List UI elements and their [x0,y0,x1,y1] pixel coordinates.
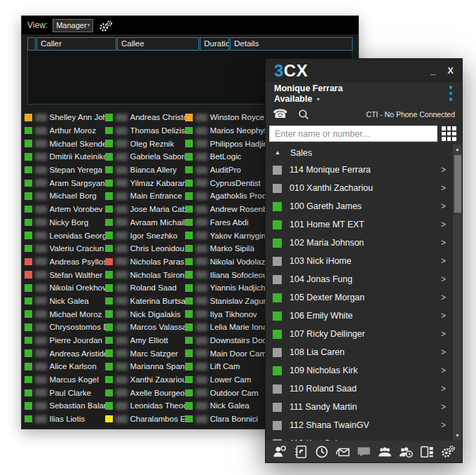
contact-row[interactable]: Charalambos Elefthe... [105,413,185,426]
group-header-sales[interactable]: ▲ Sales [266,145,462,161]
extension-row[interactable]: 113 Kurt Sainer > [266,434,462,441]
contact-row[interactable]: Thomas Delizisis [105,124,185,138]
scrollbar-thumb[interactable] [454,155,461,213]
contact-row[interactable]: Marcus Kogel [25,373,106,387]
chevron-right-icon[interactable]: > [441,384,446,394]
contact-row[interactable]: Stepan Yerega [25,163,106,177]
chevron-right-icon[interactable]: > [441,347,446,357]
extension-row[interactable]: 010 Xanthi Zachariou > [266,179,462,197]
contact-row[interactable]: Jose Maria Caballero [105,203,185,216]
contact-row[interactable]: Yilmaz Kabaran [105,176,185,189]
extension-row[interactable]: 102 Maria Johnson > [266,234,462,252]
contact-row[interactable]: Marc Satzger [105,347,185,360]
contact-row[interactable]: Pierre Jourdan [25,334,106,347]
contact-row[interactable]: Amy Elliott [105,334,185,347]
scrollbar[interactable]: ▲ ▼ [453,145,462,441]
contact-row[interactable]: Stefan Walther [25,268,106,281]
contact-row[interactable]: Marcos Valassas [105,321,185,334]
chat-icon[interactable] [356,444,372,460]
chevron-right-icon[interactable]: > [441,274,446,284]
contact-row[interactable]: Katerina Burtsava [105,295,185,308]
more-options-menu-icon[interactable] [449,86,453,101]
contact-row[interactable]: Igor Snezhko [105,229,185,242]
search-input[interactable] [269,126,437,142]
presence-status-dropdown[interactable]: Available ▼ [274,94,343,105]
extension-row[interactable]: 100 Gareth James > [266,197,462,215]
contact-row[interactable]: Michael Moroz [25,307,106,321]
contact-row[interactable]: Artem Vorobev [25,203,106,216]
contact-row[interactable]: Valeriu Craciun [25,242,106,255]
column-header-caller[interactable]: Caller [36,37,116,51]
contact-row[interactable]: Ilias Liotis [25,413,106,426]
chevron-right-icon[interactable]: > [441,293,446,302]
contact-row[interactable]: Roland Saad [105,281,185,295]
chevron-right-icon[interactable]: > [441,420,446,430]
contact-row[interactable]: Arthur Moroz [25,124,106,138]
chevron-right-icon[interactable]: > [441,165,446,175]
view-dropdown[interactable]: Manager ▼ [53,19,93,32]
contact-row[interactable]: Leonidas Georgiou [25,229,106,242]
extension-row[interactable]: 107 Ricky Dellinger > [266,325,462,343]
contact-row[interactable]: Main Entrance [105,189,185,203]
search-icon[interactable] [297,108,311,121]
contact-row[interactable]: Aram Sargsyan [25,176,106,189]
chevron-right-icon[interactable]: > [441,220,446,229]
agent-status-icon[interactable] [272,444,287,460]
chevron-right-icon[interactable]: > [441,311,446,321]
chevron-right-icon[interactable]: > [441,183,446,193]
minimize-button[interactable]: _ [430,65,435,76]
contact-row[interactable]: Sebastian Balan [25,399,106,413]
contact-row[interactable]: Alice Karlson [25,360,106,373]
contact-row[interactable]: Paul Clarke [25,386,106,399]
contact-row[interactable]: Axelle Bourgeois [105,386,185,399]
chevron-right-icon[interactable]: > [441,238,446,248]
contact-row[interactable]: Nick Galea [25,295,106,308]
contact-row[interactable]: Nikolai Orekhov [25,281,106,295]
call-history-icon[interactable] [314,444,329,460]
contact-row[interactable]: Xanthi Zaxariou [105,373,185,387]
chevron-right-icon[interactable]: > [441,329,446,339]
contact-row[interactable]: Michael Borg [25,189,106,203]
extension-row[interactable]: 105 Dexter Morgan > [266,288,462,307]
switchboard-icon[interactable] [419,444,435,460]
contact-row[interactable]: Nicky Borg [25,216,106,229]
contact-row[interactable]: Nicholas Tsironis [105,268,185,281]
contact-row[interactable]: Andreas Christodoul... [105,111,185,124]
contacts-book-icon[interactable] [293,444,308,460]
contact-row[interactable]: Michael Skender [25,137,106,150]
chevron-right-icon[interactable]: > [441,402,446,412]
contact-row[interactable]: Oleg Reznik [105,137,185,150]
close-button[interactable]: X [447,65,454,76]
settings-gears-icon[interactable] [98,19,114,32]
chevron-right-icon[interactable]: > [441,256,446,266]
extension-row[interactable]: 114 Monique Ferrara > [266,161,462,179]
contact-row[interactable]: Avraam Michailidis [105,216,185,229]
extension-row[interactable]: 104 Jonas Fung > [266,270,462,288]
column-header-details[interactable]: Details [230,37,353,51]
contact-row[interactable]: Bianca Allery [105,163,185,177]
column-header-callee[interactable]: Callee [117,37,199,51]
contact-row[interactable]: Chrysostomos Daniel [25,321,106,334]
extension-row[interactable]: 101 Home MT EXT > [266,215,462,234]
scroll-down-icon[interactable]: ▼ [453,431,462,440]
contact-row[interactable]: Gabriela Saborio Ada... [105,150,185,163]
contact-row[interactable]: Andreas Psyllos [25,255,106,269]
scheduled-conference-icon[interactable] [398,444,414,460]
chevron-right-icon[interactable]: > [441,201,446,211]
phone-icon[interactable]: ☎ [273,107,287,121]
extension-row[interactable]: 112 Shana TwainGV > [266,416,462,434]
extension-row[interactable]: 106 Emily White > [266,307,462,325]
contact-row[interactable]: Leonidas Theocleous [105,399,185,413]
contact-row[interactable]: Shelley Ann Johnson [25,111,106,124]
contact-row[interactable]: Chris Leonidou [105,242,185,255]
extension-row[interactable]: 110 Roland Saad > [266,380,462,398]
contact-row[interactable]: Nick Digalakis [105,307,185,321]
extension-row[interactable]: 103 Nick iHome > [266,252,462,270]
dialpad-icon[interactable] [442,126,457,142]
extension-row[interactable]: 111 Sandy Martin > [266,398,462,416]
chevron-right-icon[interactable]: > [441,366,446,375]
extension-row[interactable]: 109 Nicholas Kirk > [266,361,462,380]
contact-row[interactable]: Andreas Aristidou [25,347,106,360]
voicemail-icon[interactable] [335,444,351,460]
contact-row[interactable]: Nicholas Paras [105,255,185,269]
